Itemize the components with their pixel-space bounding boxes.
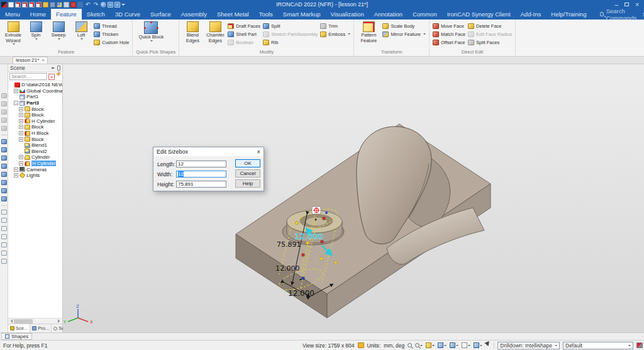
view-toggle-b-icon[interactable] — [114, 2, 120, 8]
zoom-in-button[interactable] — [408, 343, 412, 347]
catalog-shape-cone-icon[interactable] — [1, 164, 7, 169]
open-folder-icon[interactable] — [43, 2, 48, 8]
clear-search-icon[interactable]: × — [48, 74, 55, 80]
expander-icon[interactable]: - — [14, 101, 18, 105]
tree-item-block[interactable]: +Block — [8, 124, 62, 130]
drilldown-dropdown[interactable]: Drilldown: Intellishape — [497, 342, 560, 349]
tree-item-h-cylinder[interactable]: +H Cylinder — [8, 118, 62, 125]
draft-faces-button[interactable]: Draft Faces — [228, 23, 260, 30]
ok-button[interactable]: OK — [235, 159, 260, 167]
scale-body-button[interactable]: Scale Body — [382, 23, 426, 30]
tree-item-block[interactable]: +Block — [8, 136, 62, 142]
emboss-button[interactable]: Emboss — [320, 31, 350, 38]
tab-sketch[interactable]: Sketch — [82, 9, 110, 20]
3d-viewport[interactable]: 12.000 75.891 12.000 12.000 X Y Z Edit S… — [63, 64, 644, 332]
expander-icon[interactable]: + — [19, 155, 23, 159]
offset-face-button[interactable]: Offset Face — [433, 39, 465, 46]
app-icon[interactable] — [1, 2, 7, 8]
triball-compass-icon[interactable] — [312, 206, 321, 214]
expander-icon[interactable]: + — [14, 173, 18, 178]
scrollbar-thumb[interactable] — [14, 319, 33, 324]
catalog-tool-icon[interactable] — [1, 118, 7, 123]
thread-button[interactable]: Thread — [94, 23, 129, 30]
cancel-button[interactable]: Cancel — [235, 169, 260, 178]
catalog-shape-slab-icon[interactable] — [1, 147, 7, 152]
tree-item-blend2[interactable]: Blend2 — [8, 149, 62, 155]
sketch-line-tool-icon[interactable] — [1, 210, 7, 215]
session-props-icon[interactable] — [64, 2, 69, 8]
tab-feature[interactable]: Feature — [51, 9, 82, 20]
height-input[interactable] — [176, 181, 226, 188]
scene-panel-menu-icon[interactable] — [51, 67, 55, 71]
tab-surface[interactable]: Surface — [145, 9, 176, 20]
close-button[interactable]: × — [635, 1, 639, 8]
zoom-out-button[interactable] — [415, 343, 423, 347]
pin-icon[interactable] — [57, 65, 60, 71]
help-button[interactable]: Help — [235, 179, 260, 188]
trim-button[interactable]: Trim — [320, 23, 350, 30]
save-as-icon[interactable] — [57, 2, 62, 8]
tree-item-block[interactable]: +Block — [8, 112, 62, 118]
extrude-wizard-button[interactable]: Extrude Wizard — [2, 20, 25, 46]
tree-item-h-cylinder-selected[interactable]: +H Cylinder — [8, 161, 62, 167]
document-tab-lesson21[interactable]: lesson 21* × — [13, 57, 48, 64]
tree-item-h-block[interactable]: +H Block — [8, 130, 62, 137]
dim-active-width[interactable]: 12.000 — [294, 232, 323, 241]
shell-part-button[interactable]: Shell Part — [228, 31, 260, 38]
scene-search-input[interactable]: Search ... — [9, 73, 47, 80]
thicken-button[interactable]: Thicken — [94, 31, 129, 38]
minimize-button[interactable]: – — [615, 1, 619, 8]
config-status-icon[interactable] — [636, 342, 643, 348]
open-scene-icon[interactable] — [15, 2, 21, 8]
sketch-triangle-tool-icon[interactable] — [1, 234, 7, 239]
camera-view-button[interactable] — [438, 342, 447, 348]
horizontal-scrollbar[interactable] — [8, 318, 62, 324]
catalog-tool-icon[interactable] — [1, 110, 7, 115]
mirror-feature-button[interactable]: Mirror Feature — [382, 31, 426, 38]
catalog-shape-hole-block-icon[interactable] — [1, 196, 7, 201]
filter-icon[interactable] — [56, 73, 61, 79]
expander-icon[interactable]: + — [19, 137, 23, 142]
tab-annotation[interactable]: Annotation — [369, 9, 408, 20]
shapes-catalog-tab[interactable]: Shapes — [1, 333, 32, 340]
expander-icon[interactable]: + — [14, 167, 18, 172]
move-behavior-button[interactable] — [450, 342, 458, 348]
tab-synergy-client[interactable]: IronCAD Synergy Client — [442, 9, 516, 20]
tab-assembly[interactable]: Assembly — [176, 9, 212, 20]
dim-width[interactable]: 12.000 — [275, 264, 300, 273]
quick-block-button[interactable]: Quick Block — [136, 20, 165, 43]
length-input[interactable] — [176, 161, 226, 167]
render-mode-button[interactable] — [462, 342, 470, 348]
catalog-tool-icon[interactable] — [1, 126, 7, 131]
move-face-button[interactable]: Move Face — [433, 23, 465, 30]
tree-item-part3[interactable]: -Part3 — [8, 100, 62, 106]
catalog-shape-wedge-icon[interactable] — [1, 188, 7, 193]
units-value[interactable]: mm, deg — [384, 342, 404, 349]
expander-icon[interactable]: + — [14, 89, 18, 93]
sketch-axis-tool-icon[interactable] — [1, 226, 7, 231]
tab-menu[interactable]: Menu — [0, 9, 25, 20]
redo-icon[interactable]: ↷ — [92, 2, 99, 8]
import-icon[interactable] — [22, 2, 28, 8]
tree-item-blend1[interactable]: Blend1 — [8, 142, 62, 149]
tab-add-ins[interactable]: Add-Ins — [516, 9, 547, 20]
configuration-dropdown[interactable]: Default — [563, 342, 633, 349]
expander-icon[interactable]: + — [19, 119, 23, 123]
search-commands-box[interactable]: Search Commands... — [600, 9, 642, 20]
tree-item-block[interactable]: +Block — [8, 106, 62, 112]
tab-tools[interactable]: Tools — [254, 9, 278, 20]
tab-common[interactable]: Common — [408, 9, 442, 20]
dim-height[interactable]: 75.891 — [277, 240, 301, 249]
sweep-button[interactable]: Sweep — [47, 20, 70, 41]
new-scene-icon[interactable] — [8, 2, 14, 8]
expander-icon[interactable]: + — [19, 131, 23, 135]
split-button[interactable]: Split — [263, 23, 318, 30]
panel-tab-properties[interactable]: Pro... — [30, 324, 52, 332]
restore-button[interactable] — [625, 3, 629, 6]
tree-item-cylinder[interactable]: +Cylinder — [8, 154, 62, 161]
sketch-flag-tool-icon[interactable] — [1, 218, 7, 223]
scroll-left-icon[interactable] — [9, 319, 13, 323]
pattern-feature-button[interactable]: Pattern Feature — [356, 20, 381, 43]
add-part-icon[interactable] — [70, 2, 76, 8]
tree-item-global-coordinate-system[interactable]: +Global Coordinate Sys — [8, 88, 62, 94]
